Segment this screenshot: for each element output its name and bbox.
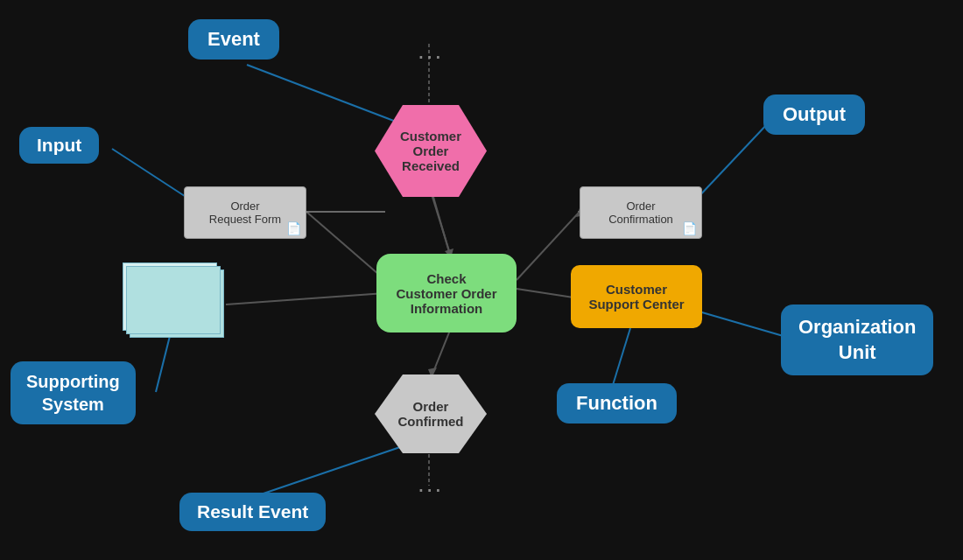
event-bottom-label: Order Confirmed [398,399,464,429]
svg-line-1 [306,212,385,280]
center-function: Check Customer Order Information [376,254,517,332]
svg-line-6 [517,289,573,298]
event-bottom-hexagon: Order Confirmed [375,374,487,453]
bubble-event-label: Event [207,28,260,51]
doc-output-box: Order Confirmation 📄 [580,186,702,239]
svg-line-2 [517,212,580,280]
svg-line-18 [613,328,630,385]
bubble-supporting-label: Supporting System [26,370,120,416]
event-top-hexagon: Customer Order Received [375,105,487,197]
bubble-output-label: Output [783,103,846,126]
bubble-result-event: Result Event [179,493,326,531]
bubble-function: Function [557,383,677,424]
bubble-input-label: Input [37,135,81,156]
bubble-org-unit: Organization Unit [781,304,933,375]
bubble-input: Input [19,127,99,164]
svg-line-16 [696,311,786,337]
dots-top: ··· [418,44,443,68]
bubble-event: Event [188,19,279,60]
svg-line-7 [226,293,385,304]
svg-line-13 [247,65,410,127]
bubble-result-label: Result Event [197,501,308,522]
bubble-supporting: Supporting System [11,361,136,424]
org-unit-label: Customer Support Center [588,282,684,312]
bubble-output: Output [763,94,865,135]
svg-line-8 [432,328,451,376]
doc-input-box: Order Request Form 📄 [184,186,306,239]
bubble-function-label: Function [576,392,657,415]
event-top-label: Customer Order Received [400,129,461,173]
svg-line-19 [256,446,403,496]
center-function-label: Check Customer Order Information [396,271,496,316]
crm-stack: CRM [123,262,228,341]
org-unit-box: Customer Support Center [571,265,702,328]
doc-input-label: Order Request Form [209,200,281,226]
svg-line-0 [432,191,451,258]
svg-line-10 [432,194,451,256]
dots-bottom: ··· [418,477,443,501]
bubble-org-unit-label: Organization Unit [798,315,916,365]
svg-line-14 [112,149,193,201]
svg-line-15 [696,122,769,200]
doc-output-label: Order Confirmation [608,200,673,226]
